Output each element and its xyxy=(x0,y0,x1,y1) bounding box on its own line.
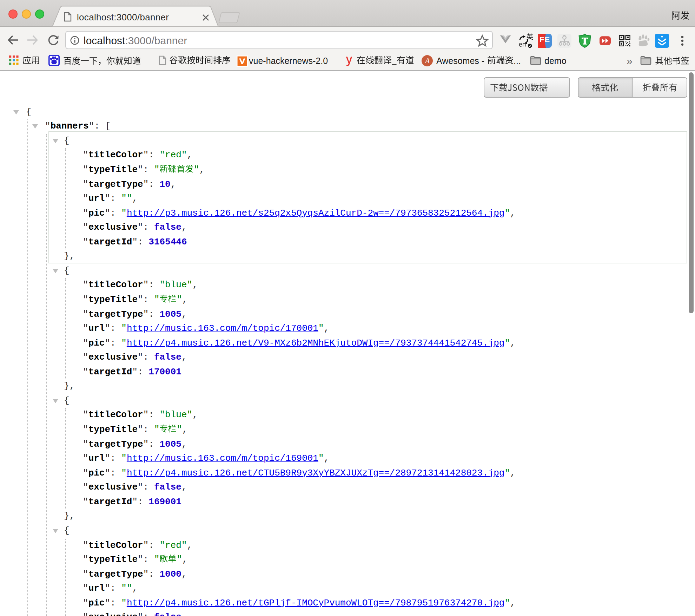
svg-text:A: A xyxy=(424,56,430,65)
